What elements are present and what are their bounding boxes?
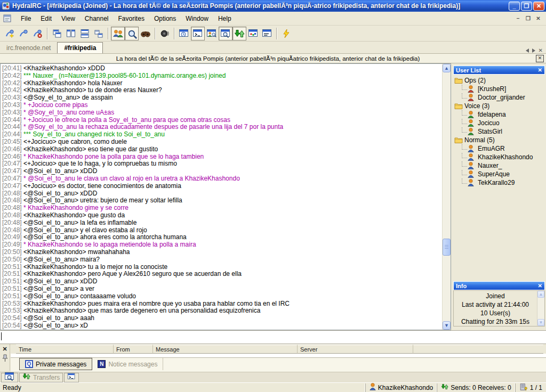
user-icon — [468, 170, 476, 178]
user-group[interactable]: Normal (5) — [454, 136, 545, 144]
info-lines: Joined Last activity at 21:44:00 10 User… — [455, 292, 536, 326]
info-scroll-down-icon[interactable]: ▼ — [537, 319, 544, 326]
user-item[interactable]: TekKarallo29 — [454, 178, 545, 187]
arrange-windows-icon[interactable] — [92, 27, 106, 40]
user-nick: SuperAque — [478, 170, 510, 178]
pin-icon[interactable] — [2, 354, 9, 363]
disconnect-icon[interactable] — [31, 27, 45, 40]
user-item[interactable]: [KrusheR] — [454, 85, 545, 93]
user-icon — [468, 111, 476, 118]
user-list-close-icon[interactable]: ✕ — [538, 68, 542, 73]
message-text: * @Soy_el_to_anu la rechaza educadamente… — [23, 124, 283, 130]
tab-transfers[interactable]: Transfers — [19, 373, 63, 382]
scroll-up-icon[interactable]: ▲ — [443, 64, 451, 72]
user-group[interactable]: Ops (2) — [454, 76, 545, 85]
binoculars-icon[interactable] — [139, 27, 152, 40]
tile-vertical-icon[interactable] — [64, 27, 78, 40]
chat-message: [20:51] <@Soi_el_to_anu> contaaaame volu… — [2, 293, 441, 300]
mdi-restore-button[interactable]: ❐ — [524, 14, 533, 22]
tab-scroll-left-icon[interactable] — [526, 48, 529, 53]
chat-message: [20:42] *** Nauxer_ (n=Nauxer@139.pool85… — [2, 72, 441, 80]
user-item[interactable]: KhazikeKhashondo — [454, 153, 545, 161]
restore-button[interactable]: ❐ — [521, 2, 532, 11]
menu-favorites[interactable]: Favorites — [114, 13, 149, 24]
chat-message: [20:50] <@Soi_el_to_anu> maira? — [2, 256, 441, 264]
tile-horizontal-icon[interactable] — [78, 27, 92, 40]
scroll-down-icon[interactable]: ▼ — [443, 321, 451, 330]
status-transfers: Sends: 0 Receives: 0 — [451, 384, 511, 391]
menu-channel[interactable]: Channel — [80, 13, 114, 24]
column-message[interactable]: Message — [153, 345, 298, 354]
message-text: * KhazikeKhashondo gime y se corre — [23, 205, 129, 211]
tab-console-window[interactable] — [64, 373, 79, 382]
info-scroll-up-icon[interactable]: ▲ — [537, 291, 544, 298]
info-last-activity: Last activity at 21:44:00 — [455, 300, 536, 309]
tab-private-messages[interactable]: Q Private messages — [19, 358, 92, 370]
tab-monitor-window[interactable] — [1, 373, 18, 382]
tab-server[interactable]: irc.freenode.net — [0, 43, 57, 53]
user-item[interactable]: Doctor_grijander — [454, 93, 545, 102]
topic-close-icon[interactable]: ✕ — [536, 55, 544, 62]
speaker-icon[interactable] — [158, 27, 172, 40]
menu-window[interactable]: Window — [181, 13, 213, 24]
minimize-button[interactable]: _ — [509, 2, 520, 11]
dock-close-icon[interactable]: ✕ — [1, 345, 9, 353]
column-from[interactable]: From — [114, 345, 153, 354]
user-icon — [468, 128, 476, 135]
scroll-thumb[interactable] — [443, 239, 451, 256]
tab-close-icon[interactable]: ✕ — [539, 48, 543, 53]
channel-monitor-icon[interactable] — [177, 27, 191, 40]
user-group[interactable]: Voice (3) — [454, 102, 545, 110]
column-time[interactable]: Time — [16, 345, 114, 354]
close-button[interactable]: ✕ — [533, 2, 544, 11]
chat-message: [20:49] <@Soi_el_to_anu> ahora eres como… — [2, 234, 441, 241]
chat-message: [20:42] <KhazikeKhashondo> tu de donde e… — [2, 87, 441, 94]
console-window-icon[interactable] — [191, 27, 205, 40]
chat-scrollbar[interactable]: ▲ ▼ — [442, 64, 451, 330]
message-input[interactable] — [0, 330, 546, 344]
tab-notice-messages[interactable]: N Notice messages — [92, 358, 163, 370]
user-item[interactable]: Nauxer_ — [454, 161, 545, 170]
tab-channel[interactable]: #frikipedia — [57, 42, 103, 53]
mdi-close-button[interactable]: ✕ — [534, 14, 543, 22]
info-close-icon[interactable]: ✕ — [538, 283, 542, 289]
mdi-minimize-button[interactable]: – — [513, 14, 523, 22]
menu-view[interactable]: View — [57, 13, 80, 24]
message-timestamp: [20:48] — [2, 227, 23, 234]
chat-area[interactable]: [20:41] <KhazikeKhashondo> xDDD[20:42] *… — [0, 63, 451, 330]
user-item[interactable]: EmuAGR — [454, 144, 545, 153]
chat-log: [20:41] <KhazikeKhashondo> xDDD[20:42] *… — [2, 65, 441, 330]
menu-options[interactable]: Options — [149, 13, 181, 24]
menu-help[interactable]: Help — [213, 13, 236, 24]
chat-message: [20:43] <@Soy_el_to_anu> de asspain — [2, 94, 441, 102]
connect-new-icon[interactable] — [3, 27, 17, 40]
script-window-icon[interactable] — [260, 27, 274, 40]
message-text: <@Soi_el_to_anu> xD — [23, 322, 88, 329]
user-list-icon[interactable] — [111, 27, 125, 40]
user-item[interactable]: StatsGirl — [454, 127, 545, 136]
menu-edit[interactable]: Edit — [36, 13, 57, 24]
info-scrollbar[interactable]: ▲ ▼ — [537, 291, 544, 326]
search-icon[interactable] — [125, 27, 139, 40]
cascade-windows-icon[interactable] — [50, 27, 64, 40]
info-titlebar[interactable]: Info ✕ — [453, 281, 545, 290]
flash-icon[interactable] — [279, 27, 293, 40]
chat-message: [20:51] <@Soi_el_to_anu> a ver — [2, 285, 441, 293]
user-item[interactable]: fdelapena — [454, 110, 545, 119]
colors-window-icon[interactable] — [246, 27, 260, 40]
notice-messages-label: Notice messages — [108, 361, 157, 368]
connect-icon[interactable] — [17, 27, 31, 40]
message-monitor-icon[interactable] — [219, 27, 232, 40]
sends-receives-icon — [441, 383, 448, 392]
transfer-arrows-icon[interactable] — [232, 27, 246, 40]
user-item[interactable]: Jocicuo — [454, 119, 545, 127]
user-search-window-icon[interactable] — [205, 27, 219, 40]
column-server[interactable]: Server — [298, 345, 413, 354]
transfer-arrows-icon — [22, 372, 30, 382]
user-list-titlebar[interactable]: User List ✕ — [453, 66, 545, 75]
tab-scroll-right-icon[interactable] — [532, 48, 535, 53]
menu-file[interactable]: File — [16, 13, 36, 24]
chat-message: [20:46] * KhazikeKhashondo pone la polla… — [2, 153, 441, 161]
user-item[interactable]: SuperAque — [454, 170, 545, 178]
title-bar[interactable]: HydraIRC - [#frikipedia (Joined) - La ho… — [0, 0, 546, 12]
